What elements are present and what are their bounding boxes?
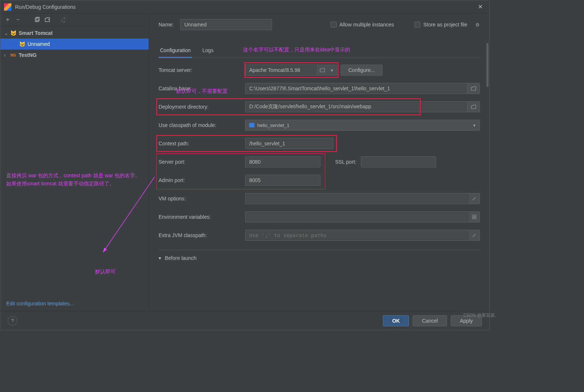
save-config-button[interactable] [43,15,52,24]
vm-options-label: VM options: [159,196,245,202]
row-deployment-dir: Deployment directory: [159,101,480,112]
tree-label: TestNG [19,52,37,58]
name-row: Name: Allow multiple instances Store as … [159,17,480,32]
dropdown-icon[interactable]: ▾ [327,65,337,76]
config-form: Tomcat server: ▾ Configure... Catalina b… [159,65,480,241]
bottom-bar: ? OK Cancel Apply [0,311,489,330]
remove-config-button[interactable]: － [14,15,22,24]
row-admin-port: Admin port: [159,175,480,186]
config-tree[interactable]: ⌄ 🐱 Smart Tomcat 🐱 Unnamed › NG TestNG [0,26,149,296]
checkbox-label: Store as project file [423,22,467,28]
row-vm-options: VM options: ⤢ [159,193,480,204]
ok-button[interactable]: OK [383,315,409,326]
chevron-down-icon: ⌄ [4,30,9,36]
copy-config-button[interactable] [33,15,41,24]
env-vars-label: Environment variables: [159,214,245,220]
scrollbar[interactable] [486,43,489,311]
edit-templates-link[interactable]: Edit configuration templates... [0,296,149,311]
browse-icon[interactable] [467,101,480,112]
catalina-base-label: Catalina base: [159,86,245,91]
expand-icon[interactable]: ⤢ [469,230,480,241]
row-catalina-base: Catalina base: 默认即可，不需要配置 [159,83,480,94]
cancel-button[interactable]: Cancel [413,315,447,326]
titlebar: Run/Debug Configurations ✕ [0,0,489,14]
list-icon[interactable] [469,211,480,222]
tab-logs[interactable]: Logs [201,45,215,58]
store-project-checkbox[interactable]: Store as project file [414,22,467,28]
expand-icon[interactable]: ⤢ [469,193,480,204]
name-input[interactable] [180,19,272,30]
module-icon [249,123,254,127]
module-dropdown[interactable]: hello_servlet_1 ▾ [245,120,480,131]
server-port-label: Server port: [159,159,245,165]
tomcat-icon: 🐱 [19,41,25,47]
config-toolbar: ＋ － ↓az [0,14,149,26]
dialog-window: Run/Debug Configurations ✕ ＋ － ↓az ⌄ 🐱 [0,0,490,330]
tomcat-server-label: Tomcat server: [159,67,245,73]
watermark: CSDN @黄花菜. [463,312,496,319]
sort-a-z-button[interactable]: ↓az [58,15,67,24]
name-label: Name: [159,22,174,28]
classpath-label: Use classpath of module: [159,122,245,128]
window-title: Run/Debug Configurations [15,4,76,10]
checkbox-label: Allow multiple instances [340,22,394,28]
checkbox-icon [414,22,420,28]
before-launch-section[interactable]: ▾ Before launch [159,250,480,261]
admin-port-input[interactable] [245,175,320,186]
tree-node-smart-tomcat[interactable]: ⌄ 🐱 Smart Tomcat [0,28,149,39]
gear-icon[interactable]: ⚙ [475,22,480,28]
server-port-input[interactable] [245,156,320,167]
dialog-body: ＋ － ↓az ⌄ 🐱 Smart Tomcat 🐱 [0,14,489,311]
chevron-down-icon: ▾ [159,255,161,261]
help-button[interactable]: ? [8,316,17,326]
row-context-path: Context path: [159,138,480,149]
right-panel: Name: Allow multiple instances Store as … [149,14,489,311]
module-value: hello_servlet_1 [257,123,289,128]
vm-options-input[interactable] [245,193,469,204]
extra-jvm-label: Extra JVM classpath: [159,232,245,238]
row-classpath-module: Use classpath of module: hello_servlet_1… [159,120,480,131]
browse-icon[interactable] [467,83,480,94]
row-extra-jvm: Extra JVM classpath: ⤢ [159,230,480,241]
before-launch-label: Before launch [165,255,196,261]
context-path-label: Context path: [159,141,245,146]
chevron-down-icon: ▾ [473,123,476,128]
env-vars-input[interactable] [245,211,469,222]
context-path-input[interactable] [245,138,333,149]
tomcat-icon: 🐱 [10,30,17,36]
checkbox-icon [331,22,337,28]
app-icon [4,3,11,11]
tree-node-testng[interactable]: › NG TestNG [0,50,149,61]
tree-label: Unnamed [28,41,50,47]
row-tomcat-server: Tomcat server: ▾ Configure... [159,65,480,76]
close-icon[interactable]: ✕ [475,1,486,12]
tab-configuration[interactable]: Configuration [159,45,192,58]
row-env-vars: Environment variables: [159,211,480,222]
admin-port-label: Admin port: [159,177,245,183]
deployment-dir-label: Deployment directory: [159,104,245,110]
annotation-name-note: 这个名字可以不配置，只是用来在idea中显示的 [243,47,350,53]
extra-jvm-input[interactable] [245,230,469,241]
testng-icon: NG [10,53,17,57]
add-config-button[interactable]: ＋ [3,15,12,24]
tabs: Configuration Logs 这个名字可以不配置，只是用来在idea中显… [159,45,480,58]
browse-icon[interactable] [317,65,327,76]
configure-button[interactable]: Configure... [341,65,382,76]
allow-multiple-checkbox[interactable]: Allow multiple instances [331,22,394,28]
tomcat-server-input[interactable] [245,65,317,76]
left-panel: ＋ － ↓az ⌄ 🐱 Smart Tomcat 🐱 [0,14,149,311]
tree-node-unnamed[interactable]: 🐱 Unnamed [0,39,149,50]
tree-label: Smart Tomcat [19,30,52,36]
ssl-port-label: SSL port: [335,159,356,165]
row-server-port: Server port: SSL port: [159,156,480,167]
chevron-right-icon: › [4,52,9,58]
ssl-port-input[interactable] [361,156,436,167]
catalina-base-input[interactable] [245,83,467,94]
deployment-dir-input[interactable] [245,101,467,112]
